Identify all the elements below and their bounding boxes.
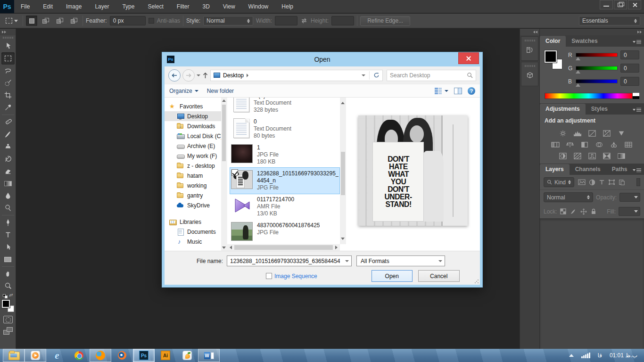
swap-colors-icon[interactable]: ⇄ [3, 293, 13, 298]
menu-image[interactable]: Image [59, 0, 88, 13]
quick-mask-button[interactable] [3, 316, 13, 323]
zoom-tool[interactable] [1, 280, 15, 292]
image-sequence-option[interactable]: Image Sequence [266, 273, 317, 280]
new-folder-button[interactable]: New folder [207, 88, 234, 94]
blur-tool[interactable] [1, 189, 15, 202]
properties-panel-button[interactable] [521, 62, 538, 86]
filter-type-layers-icon[interactable] [599, 179, 605, 185]
restore-button[interactable] [614, 0, 627, 9]
vibrance-icon[interactable] [616, 129, 627, 137]
sidebar-item-favorites[interactable]: Favorites [165, 101, 227, 111]
sidebar-item-skydrive[interactable]: SkyDrive [165, 200, 227, 210]
gradient-tool[interactable] [1, 177, 15, 189]
color-balance-icon[interactable] [565, 140, 575, 148]
taskbar-media-player[interactable] [25, 349, 46, 362]
adjustments-panel-menu[interactable] [633, 108, 641, 112]
selection-checkbox[interactable] [231, 169, 238, 176]
address-dropdown[interactable] [362, 74, 365, 76]
blue-value[interactable]: 0 [620, 77, 639, 86]
scrollbar-thumb[interactable] [222, 105, 226, 161]
brush-tool[interactable] [1, 128, 15, 140]
taskbar-word[interactable]: W [198, 349, 220, 362]
layers-panel-menu[interactable] [633, 168, 641, 173]
dock-collapse-right[interactable] [540, 29, 644, 35]
file-list-horizontal-scrollbar[interactable] [227, 244, 340, 251]
file-row[interactable]: 0 Text Document 80 bytes [230, 116, 339, 142]
sidebar-item-local-disk-c[interactable]: Local Disk (C) [165, 131, 227, 141]
lock-transparency-icon[interactable] [560, 208, 566, 214]
tools-collapse-header[interactable] [0, 29, 16, 35]
scrollbar-thumb[interactable] [234, 245, 333, 250]
menu-layer[interactable]: Layer [88, 0, 116, 13]
color-lookup-icon[interactable] [623, 140, 634, 148]
combo-dropdown[interactable] [343, 256, 351, 266]
color-spectrum-bar[interactable] [545, 93, 633, 99]
invert-icon[interactable] [558, 152, 568, 160]
file-list-vertical-scrollbar[interactable] [340, 98, 346, 244]
rectangle-tool[interactable] [1, 253, 15, 265]
filter-toggle[interactable] [636, 178, 640, 186]
resize-grip[interactable] [474, 279, 479, 284]
lock-image-icon[interactable] [570, 208, 577, 214]
address-location[interactable]: Desktop [223, 72, 244, 79]
spectrum-endcaps[interactable] [633, 93, 639, 99]
hand-tool[interactable] [1, 268, 15, 280]
scroll-up-icon[interactable] [341, 102, 345, 104]
channel-mixer-icon[interactable] [609, 140, 619, 148]
brightness-contrast-icon[interactable] [558, 129, 568, 137]
lasso-tool[interactable] [1, 65, 15, 77]
tab-channels[interactable]: Channels [570, 164, 606, 175]
move-tool[interactable] [1, 40, 15, 52]
pen-tool[interactable] [1, 216, 15, 229]
opacity-input[interactable] [619, 193, 640, 202]
taskbar-file-explorer[interactable] [3, 349, 25, 362]
menu-help[interactable]: Help [275, 0, 300, 13]
selection-subtract-button[interactable] [54, 16, 66, 26]
menu-window[interactable]: Window [242, 0, 275, 13]
sidebar-item-desktop[interactable]: Desktop [165, 111, 227, 121]
history-panel-button[interactable] [521, 36, 538, 61]
tab-color[interactable]: Color [540, 36, 566, 47]
filter-pixel-layers-icon[interactable] [578, 179, 586, 185]
menu-3d[interactable]: 3D [196, 0, 216, 13]
sidebar-item-documents[interactable]: Documents [165, 227, 227, 237]
menu-type[interactable]: Type [116, 0, 141, 13]
tab-layers[interactable]: Layers [540, 164, 570, 175]
green-value[interactable]: 0 [620, 64, 639, 73]
posterize-icon[interactable] [572, 152, 583, 160]
chevron-right-icon[interactable] [247, 74, 248, 77]
rectangular-marquee-tool[interactable] [1, 52, 15, 65]
sidebar-item-hatam[interactable]: hatam [165, 171, 227, 181]
up-button[interactable] [202, 72, 208, 79]
crop-tool[interactable] [1, 89, 15, 101]
photo-filter-icon[interactable] [594, 140, 604, 148]
scrollbar-thumb[interactable] [341, 152, 345, 195]
sidebar-item-gantry[interactable]: gantry [165, 190, 227, 200]
scroll-down-icon[interactable] [341, 238, 345, 240]
taskbar-blender[interactable] [111, 349, 133, 362]
menu-select[interactable]: Select [141, 0, 170, 13]
selection-new-button[interactable] [26, 16, 37, 26]
taskbar-firefox[interactable] [90, 349, 111, 362]
change-view-button[interactable] [435, 88, 448, 94]
scroll-left-icon[interactable] [230, 246, 232, 249]
tab-adjustments[interactable]: Adjustments [540, 104, 586, 115]
layers-list[interactable] [540, 218, 644, 353]
clock[interactable]: ب.ظ 01:01 [610, 352, 637, 359]
forward-button[interactable] [182, 69, 195, 82]
tab-styles[interactable]: Styles [586, 104, 613, 115]
filter-smart-objects-icon[interactable] [619, 179, 625, 186]
search-input[interactable] [390, 72, 467, 79]
exposure-icon[interactable] [602, 129, 612, 137]
screen-mode-button[interactable] [3, 327, 13, 335]
black-white-icon[interactable] [579, 140, 590, 148]
taskbar-photoshop[interactable]: Ps [133, 349, 155, 362]
taskbar-illustrator[interactable]: Ai [155, 349, 176, 362]
history-brush-tool[interactable] [1, 153, 15, 165]
width-input[interactable] [275, 16, 297, 25]
foreground-color-swatch[interactable] [2, 300, 10, 308]
levels-icon[interactable] [572, 129, 583, 137]
file-name-combobox[interactable] [227, 255, 352, 266]
organize-menu[interactable]: Organize [169, 88, 198, 94]
help-button[interactable]: ? [468, 87, 475, 95]
